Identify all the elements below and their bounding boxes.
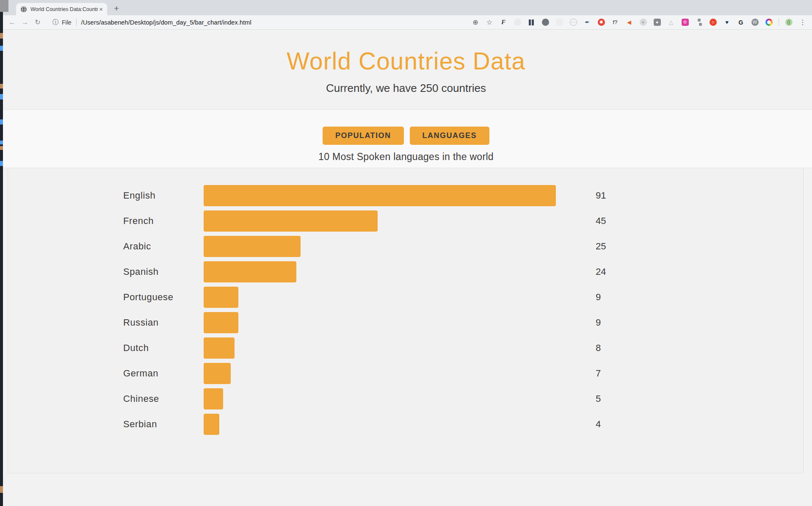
bar-track bbox=[204, 388, 593, 409]
scheme-label: File bbox=[62, 19, 72, 26]
color-ring-icon[interactable] bbox=[765, 18, 773, 27]
bar-track bbox=[204, 337, 593, 359]
chart-container: English91French45Arabic25Spanish24Portug… bbox=[8, 168, 804, 473]
value-label: 25 bbox=[593, 241, 606, 252]
button-row: POPULATION LANGUAGES bbox=[323, 127, 489, 145]
value-label: 45 bbox=[593, 216, 606, 227]
chart-row: Portuguese9 bbox=[8, 285, 803, 310]
chart-row: Dutch8 bbox=[8, 335, 803, 361]
extension-icons: F⋯✒✱f?◀◗●△⚙○♥GW{} bbox=[499, 18, 793, 27]
bar bbox=[204, 210, 378, 232]
language-label: Dutch bbox=[123, 343, 204, 354]
value-label: 5 bbox=[593, 393, 601, 404]
browser-toolbar: ← → ↻ ⓘ File /Users/asabeneh/Desktop/js/… bbox=[0, 15, 812, 30]
value-label: 91 bbox=[593, 190, 606, 201]
page-header: World Countries Data Currently, we have … bbox=[0, 30, 812, 109]
bar bbox=[204, 261, 296, 282]
bar-track bbox=[204, 414, 593, 435]
language-label: Chinese bbox=[123, 393, 204, 404]
language-label: Russian bbox=[123, 317, 204, 328]
language-label: Portuguese bbox=[123, 292, 204, 303]
browser-tab[interactable]: World Countries Data:Countrie × bbox=[16, 3, 107, 15]
chart-row: Chinese5 bbox=[8, 386, 803, 412]
languages-button[interactable]: LANGUAGES bbox=[410, 127, 490, 145]
megaphone-icon[interactable]: ◀ bbox=[625, 18, 633, 27]
new-tab-button[interactable]: + bbox=[114, 4, 119, 13]
bug-icon[interactable] bbox=[541, 18, 550, 27]
language-label: English bbox=[123, 190, 204, 201]
language-label: French bbox=[123, 216, 204, 227]
tab-close-icon[interactable]: × bbox=[98, 6, 104, 13]
background-window-strip bbox=[0, 12, 3, 506]
address-bar[interactable]: ⓘ File /Users/asabeneh/Desktop/js/dom_da… bbox=[52, 19, 251, 26]
filter-section: POPULATION LANGUAGES 10 Most Spoken lang… bbox=[0, 109, 812, 168]
bar-track bbox=[204, 363, 593, 384]
language-label: Spanish bbox=[123, 266, 204, 277]
dotted-circle-icon[interactable]: ⋯ bbox=[569, 18, 577, 27]
corner-blocks-icon[interactable] bbox=[695, 18, 703, 27]
chart-row: German7 bbox=[8, 361, 803, 386]
address-divider bbox=[76, 19, 77, 26]
faded-square-icon[interactable] bbox=[555, 18, 563, 27]
faded-circle-icon[interactable] bbox=[513, 18, 522, 27]
red-o-icon[interactable]: ○ bbox=[709, 18, 717, 27]
page-title: World Countries Data bbox=[0, 47, 812, 75]
chart-row: English91 bbox=[8, 183, 803, 208]
zoom-icon[interactable]: ⊕ bbox=[471, 18, 480, 26]
script-f-icon[interactable]: F bbox=[499, 18, 508, 27]
bar-track bbox=[204, 312, 593, 333]
page-subtitle: Currently, we have 250 countries bbox=[0, 82, 812, 95]
eyedropper-icon[interactable]: ✒ bbox=[583, 18, 591, 27]
chart-row: Spanish24 bbox=[8, 259, 803, 285]
bar bbox=[204, 414, 219, 435]
bar bbox=[204, 388, 223, 409]
pink-gear-icon[interactable]: ⚙ bbox=[681, 18, 689, 27]
page: World Countries Data Currently, we have … bbox=[0, 30, 812, 506]
url-path[interactable]: /Users/asabeneh/Desktop/js/dom_day_5/bar… bbox=[81, 19, 251, 26]
red-hand-icon[interactable]: ✱ bbox=[597, 18, 605, 27]
back-icon[interactable]: ← bbox=[6, 18, 19, 27]
bar bbox=[204, 337, 235, 359]
bar bbox=[204, 236, 301, 257]
language-label: Serbian bbox=[123, 419, 204, 430]
panels-icon[interactable] bbox=[527, 18, 536, 27]
globe-favicon-icon bbox=[20, 6, 27, 13]
info-icon[interactable]: ⓘ bbox=[52, 19, 58, 26]
tab-strip: World Countries Data:Countrie × + bbox=[0, 0, 812, 15]
value-label: 7 bbox=[593, 368, 601, 379]
bar bbox=[204, 287, 238, 308]
chart-caption: 10 Most Spoken languages in the world bbox=[0, 151, 812, 163]
language-label: German bbox=[123, 368, 204, 379]
chart-row: Arabic25 bbox=[8, 234, 803, 259]
value-label: 24 bbox=[593, 266, 606, 277]
bar-track bbox=[204, 236, 593, 257]
forward-icon[interactable]: → bbox=[19, 18, 31, 27]
value-label: 9 bbox=[593, 292, 601, 303]
json-braces-icon[interactable]: {} bbox=[784, 18, 793, 27]
value-label: 4 bbox=[593, 419, 601, 430]
triangle-outline-icon[interactable]: △ bbox=[667, 18, 675, 27]
chart-row: Serbian4 bbox=[8, 412, 803, 437]
pinned-divider bbox=[779, 19, 779, 26]
background-window-corner bbox=[0, 0, 8, 12]
chart-row: Russian9 bbox=[8, 310, 803, 335]
bar-track bbox=[204, 261, 593, 282]
g-ring-icon[interactable]: G bbox=[737, 18, 745, 27]
f-question-icon[interactable]: f? bbox=[611, 18, 619, 27]
tab-title: World Countries Data:Countrie bbox=[30, 6, 98, 12]
heart-magnifier-icon[interactable]: ♥ bbox=[723, 18, 731, 27]
camera-icon[interactable]: ● bbox=[653, 18, 661, 27]
bar bbox=[204, 312, 238, 333]
reload-icon[interactable]: ↻ bbox=[31, 18, 44, 26]
bar-track bbox=[204, 210, 593, 232]
w-circle-icon[interactable]: W bbox=[751, 18, 759, 27]
swirl-circle-icon[interactable]: ◗ bbox=[639, 18, 647, 27]
chart-rows: English91French45Arabic25Spanish24Portug… bbox=[8, 183, 803, 437]
bookmark-star-icon[interactable]: ☆ bbox=[485, 18, 494, 26]
chart-row: French45 bbox=[8, 208, 803, 234]
population-button[interactable]: POPULATION bbox=[323, 127, 404, 145]
menu-kebab-icon[interactable]: ⋮ bbox=[798, 18, 807, 26]
value-label: 9 bbox=[593, 317, 601, 328]
value-label: 8 bbox=[593, 343, 601, 354]
toolbar-right: ⊕ ☆ F⋯✒✱f?◀◗●△⚙○♥GW{} ⋮ bbox=[471, 18, 807, 27]
